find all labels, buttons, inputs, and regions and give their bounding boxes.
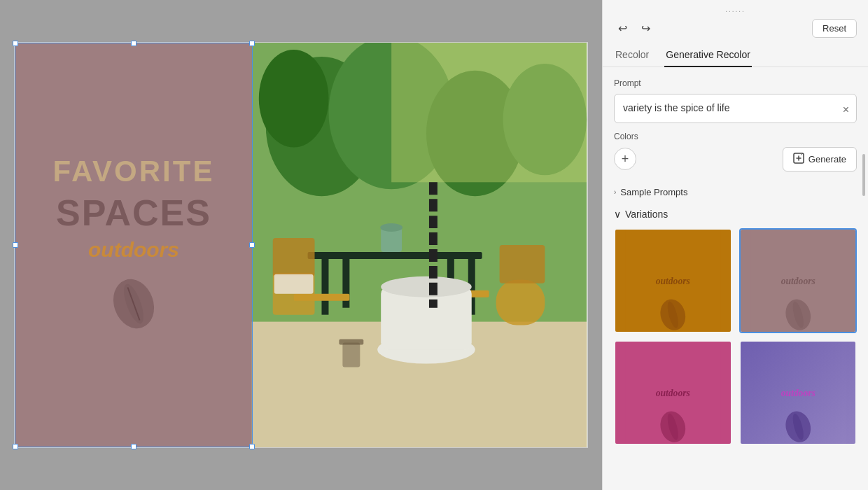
panel-tabs: Recolor Generative Recolor (603, 43, 868, 67)
photo-panel (251, 43, 587, 447)
undo-button[interactable]: ↩ (614, 19, 631, 38)
prompt-box[interactable]: variety is the spice of life × (614, 94, 857, 123)
prompt-text: variety is the spice of life (623, 102, 848, 115)
svg-point-24 (381, 276, 472, 298)
svg-text:outdoors: outdoors (780, 387, 815, 398)
undo-icon: ↩ (618, 22, 627, 34)
variation-card-1[interactable]: outdoors (614, 228, 732, 333)
svg-rect-18 (496, 280, 545, 326)
colors-row: + Generate (614, 147, 857, 172)
variation-card-2[interactable]: outdoors (739, 228, 858, 333)
colors-label: Colors (614, 132, 857, 141)
svg-text:outdoors: outdoors (656, 275, 690, 286)
svg-rect-11 (308, 252, 482, 259)
drag-dots-icon: ...... (725, 6, 746, 13)
add-color-button[interactable]: + (614, 148, 636, 170)
svg-text:outdoors: outdoors (656, 387, 690, 398)
svg-rect-30 (274, 274, 314, 294)
svg-rect-19 (500, 245, 545, 284)
svg-rect-17 (273, 238, 315, 276)
sample-prompts-row[interactable]: › Sample Prompts (614, 181, 857, 203)
variations-chevron: ∨ (614, 209, 621, 220)
artwork-container[interactable]: FAVORITE SPACES outdoors (14, 42, 588, 448)
poster-title-line3: outdoors (88, 238, 179, 262)
sample-prompts-chevron: › (614, 188, 616, 196)
variations-header[interactable]: ∨ Variations (614, 209, 857, 220)
svg-rect-9 (391, 43, 587, 182)
right-panel: ...... ↩ ↪ Reset Recolor Generative Reco… (602, 0, 868, 490)
variation-card-3[interactable]: outdoors (614, 340, 732, 445)
poster-panel: FAVORITE SPACES outdoors (15, 43, 253, 447)
svg-rect-12 (321, 259, 328, 315)
prompt-clear-button[interactable]: × (841, 103, 850, 117)
redo-icon: ↪ (641, 22, 650, 34)
tab-recolor[interactable]: Recolor (614, 43, 650, 67)
svg-rect-20 (294, 294, 350, 301)
generate-label: Generate (808, 154, 846, 164)
variations-label: Variations (625, 209, 668, 220)
prompt-label: Prompt (614, 78, 857, 88)
poster-leaf-icon (106, 276, 162, 335)
variation-card-4[interactable]: outdoors (739, 340, 858, 445)
generate-icon (793, 153, 804, 166)
scrollbar[interactable] (862, 154, 865, 196)
reset-button[interactable]: Reset (812, 19, 857, 38)
svg-rect-31 (342, 343, 360, 368)
svg-point-8 (259, 50, 329, 148)
svg-text:outdoors: outdoors (780, 275, 815, 286)
panel-content: Prompt variety is the spice of life × Co… (603, 67, 868, 490)
variations-section: ∨ Variations outdoors (614, 209, 857, 445)
svg-rect-32 (339, 340, 363, 345)
tab-generative-recolor[interactable]: Generative Recolor (664, 43, 752, 67)
generate-button[interactable]: Generate (783, 147, 857, 172)
redo-button[interactable]: ↪ (637, 19, 654, 38)
variations-grid: outdoors outdoors (614, 228, 857, 445)
panel-toolbar: ↩ ↪ Reset (603, 16, 868, 43)
canvas-area: FAVORITE SPACES outdoors (0, 0, 602, 490)
poster-title-line2: SPACES (56, 195, 211, 231)
poster-title-line1: FAVORITE (53, 155, 215, 188)
sample-prompts-label: Sample Prompts (620, 187, 687, 197)
panel-drag-handle: ...... (603, 0, 868, 16)
svg-point-27 (380, 223, 402, 232)
